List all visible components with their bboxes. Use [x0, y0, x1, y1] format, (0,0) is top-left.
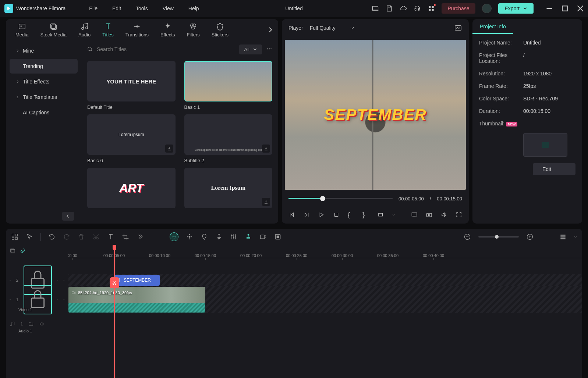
close-button[interactable]	[577, 5, 584, 12]
adjust-button[interactable]	[274, 233, 281, 240]
download-icon[interactable]	[262, 145, 270, 153]
edit-button[interactable]: Edit	[533, 163, 575, 175]
chevron-down-icon[interactable]	[392, 213, 395, 216]
next-frame-button[interactable]	[303, 211, 310, 218]
snapshot-icon[interactable]	[454, 24, 462, 32]
apps-icon[interactable]	[428, 5, 435, 12]
svg-rect-2	[432, 6, 434, 8]
sidebar-item-trending[interactable]: Trending	[10, 59, 78, 74]
mute-icon[interactable]	[39, 321, 45, 327]
title-item-basic6[interactable]: Lorem ipsum Basic 6	[87, 114, 176, 163]
title-clip[interactable]: SEPTEMBER	[114, 275, 160, 286]
mute-icon[interactable]	[57, 297, 59, 303]
project-info-tab[interactable]: Project Info	[472, 20, 513, 34]
crop-button[interactable]	[122, 233, 129, 240]
zoom-slider[interactable]	[478, 236, 519, 238]
save-icon[interactable]	[386, 5, 393, 12]
sidebar-item-mine[interactable]: Mine	[10, 43, 78, 58]
zoom-out-button[interactable]	[464, 233, 471, 240]
visibility-icon[interactable]	[63, 277, 65, 283]
visibility-icon[interactable]	[63, 297, 65, 303]
more-options[interactable]	[266, 46, 272, 53]
chevron-down-icon[interactable]	[574, 235, 577, 238]
ai-button[interactable]	[170, 232, 178, 241]
user-avatar[interactable]	[482, 4, 492, 13]
text-button[interactable]	[107, 233, 114, 240]
arrange-button[interactable]	[11, 233, 18, 240]
sidebar-collapse[interactable]	[62, 212, 74, 221]
download-icon[interactable]	[165, 145, 173, 153]
search-input[interactable]	[97, 46, 235, 52]
add-track-button[interactable]	[10, 248, 15, 254]
link-button[interactable]	[20, 248, 26, 254]
menu-help[interactable]: Help	[183, 3, 205, 14]
filter-dropdown[interactable]: All	[239, 44, 262, 54]
fullscreen-button[interactable]	[456, 211, 462, 218]
support-icon[interactable]	[414, 5, 421, 12]
download-icon[interactable]	[262, 198, 270, 206]
camera-button[interactable]	[426, 211, 432, 218]
tab-titles[interactable]: Titles	[97, 20, 119, 40]
timeline-tracks[interactable]: 00:00 00:00:05:00 00:00:10:00 00:00:15:0…	[68, 245, 582, 378]
tabs-scroll-right[interactable]	[267, 26, 274, 33]
svg-point-11	[192, 24, 196, 27]
effects-button[interactable]	[186, 233, 193, 240]
cut-button[interactable]	[92, 233, 100, 240]
menu-edit[interactable]: Edit	[106, 3, 127, 14]
record-button[interactable]	[259, 233, 267, 240]
select-tool[interactable]	[26, 233, 33, 240]
tab-media[interactable]: Media	[10, 20, 33, 40]
video-clip[interactable]: 854204-hd_1920_1080_30fps	[68, 287, 205, 313]
mixer-button[interactable]	[230, 233, 237, 240]
mute-icon[interactable]	[57, 277, 59, 283]
more-tools[interactable]	[137, 233, 144, 240]
stop-button[interactable]	[333, 211, 340, 218]
play-button[interactable]	[318, 211, 325, 218]
menu-file[interactable]: File	[83, 3, 103, 14]
display-button[interactable]	[411, 211, 418, 218]
title-item-basic1[interactable]: Basic 1	[184, 61, 273, 110]
mark-in-button[interactable]: {	[348, 211, 354, 218]
menu-tools[interactable]: Tools	[130, 3, 154, 14]
playhead[interactable]	[114, 245, 115, 378]
menu-view[interactable]: View	[157, 3, 180, 14]
title-item-default[interactable]: YOUR TITLE HERE Default Title	[87, 61, 176, 110]
folder-icon[interactable]	[28, 321, 34, 327]
undo-button[interactable]	[48, 233, 56, 240]
sidebar-item-ai-captions[interactable]: AI Captions	[10, 105, 78, 120]
tab-stickers[interactable]: Stickers	[206, 20, 234, 40]
tab-transitions[interactable]: Transitions	[120, 20, 154, 40]
export-button[interactable]: Export	[498, 3, 534, 14]
minimize-button[interactable]	[546, 5, 553, 12]
redo-button[interactable]	[63, 233, 70, 240]
sidebar-item-title-effects[interactable]: Title Effects	[10, 74, 78, 89]
cut-indicator[interactable]	[110, 277, 119, 288]
marker-button[interactable]	[201, 233, 208, 240]
delete-button[interactable]	[78, 233, 85, 240]
title-item-lorem[interactable]: Lorem Ipsum	[184, 168, 273, 208]
search-titles[interactable]	[87, 46, 235, 52]
maximize-button[interactable]	[562, 5, 568, 12]
title-item-subtitle2[interactable]: Lorem ipsum dolor sit amet consectetur a…	[184, 114, 273, 163]
views-button[interactable]	[559, 233, 567, 240]
purchase-button[interactable]: Purchase	[442, 3, 475, 14]
timeline-ruler[interactable]: 00:00 00:00:05:00 00:00:10:00 00:00:15:0…	[68, 245, 582, 258]
progress-bar[interactable]	[288, 198, 393, 199]
ratio-button[interactable]	[377, 211, 384, 218]
quality-dropdown[interactable]: Full Quality	[310, 25, 354, 31]
volume-button[interactable]	[441, 211, 447, 218]
voiceover-button[interactable]	[215, 233, 223, 240]
tab-filters[interactable]: Filters	[181, 20, 205, 40]
prev-frame-button[interactable]	[288, 211, 295, 218]
device-icon[interactable]	[372, 5, 379, 12]
zoom-in-button[interactable]	[526, 233, 534, 240]
tab-effects[interactable]: Effects	[155, 20, 180, 40]
thumbnail-preview[interactable]	[523, 133, 567, 157]
cloud-icon[interactable]	[400, 5, 407, 12]
title-item-art[interactable]: ART	[87, 168, 176, 208]
sidebar-item-title-templates[interactable]: Title Templates	[10, 90, 78, 104]
video-preview[interactable]: SEPTEMBER	[285, 40, 466, 190]
tab-audio[interactable]: Audio	[73, 20, 96, 40]
tab-stock-media[interactable]: Stock Media	[35, 20, 72, 40]
render-button[interactable]	[245, 233, 252, 240]
